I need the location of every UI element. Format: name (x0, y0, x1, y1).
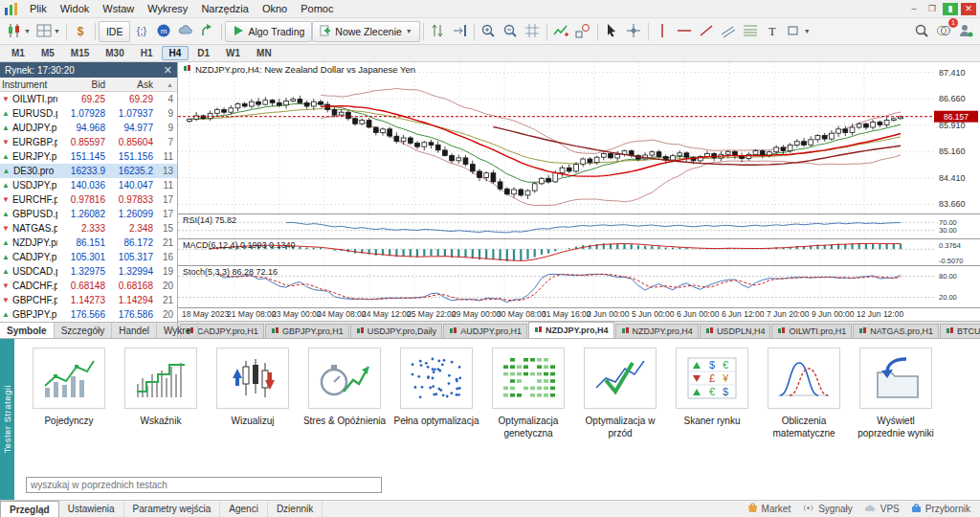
tester-search-input[interactable] (26, 477, 382, 493)
column-header-ask[interactable]: Ask (105, 79, 153, 90)
market-row[interactable]: ▲USDCAD.pro1.329751.3299419 (0, 264, 177, 279)
channel-button[interactable] (718, 21, 740, 42)
status-market[interactable]: Market (747, 503, 791, 515)
depth-of-market-button[interactable]: $ (70, 21, 92, 42)
macd-panel[interactable]: MACD(6,12,4) 0.1993 0.1340 0.3764-0.5070 (178, 238, 980, 265)
price-chart[interactable]: 87.41086.66085.91085.16084.41083.66086.1… (178, 62, 980, 214)
notifications-button[interactable]: 1 (932, 21, 954, 42)
timeframe-H4[interactable]: H4 (162, 46, 189, 60)
chart-type-button[interactable]: ▼ (4, 21, 33, 42)
ide-button[interactable]: IDE (99, 21, 131, 42)
timeframe-M1[interactable]: M1 (4, 46, 33, 60)
tester-tab[interactable]: Parametry wejścia (124, 501, 221, 517)
metaeditor-button[interactable]: {;} (130, 21, 152, 42)
chart-tab[interactable]: USDJPY.pro,Daily (350, 324, 442, 338)
crosshair-button[interactable] (623, 21, 645, 42)
zoom-out-button[interactable] (500, 21, 522, 42)
tester-card-math[interactable]: Obliczenia matematyczne (761, 348, 847, 439)
chart-tab[interactable]: OILWTI.pro,H1 (771, 324, 852, 338)
market-row[interactable]: ▲GBPUSD.pro1.260821.2609917 (0, 207, 177, 221)
column-header-bid[interactable]: Bid (57, 79, 105, 90)
market-row[interactable]: ▲GBPJPY.pro176.566176.58620 (0, 307, 177, 322)
indicators-button[interactable] (550, 21, 572, 42)
tester-side-tab[interactable]: Tester Strategii (0, 339, 14, 500)
tester-card-stress[interactable]: Stres & Opóźnienia (301, 348, 388, 439)
timeframe-M30[interactable]: M30 (98, 46, 131, 60)
tester-card-single[interactable]: Pojedynczy (26, 348, 112, 439)
grid-button[interactable] (522, 21, 544, 42)
timeframe-D1[interactable]: D1 (189, 46, 217, 60)
chart-tab[interactable]: AUDJPY.pro,H1 (443, 324, 527, 338)
chart-tab[interactable]: NZDJPY.pro,H4 (528, 322, 614, 338)
chart-tab[interactable]: NZDJPY.pro,H4 (615, 324, 699, 338)
market-row[interactable]: ▼CADCHF.pro0.681480.6816820 (0, 279, 177, 293)
tester-card-fullopt[interactable]: Pełna optymalizacja (393, 348, 479, 439)
tester-tab[interactable]: Przegląd (0, 501, 59, 517)
tester-card-genetic[interactable]: Optymalizacja genetyczna (485, 348, 571, 439)
market-row[interactable]: ▼NATGAS.pro2.3332.34815 (0, 221, 177, 236)
cursor-button[interactable] (601, 21, 623, 42)
market-row[interactable]: ▼EURCHF.pro0.978160.9783317 (0, 192, 177, 207)
tester-card-indicator[interactable]: Wskaźnik (118, 348, 204, 439)
market-watch-tab-handel[interactable]: Handel (112, 323, 157, 338)
search-button[interactable] (910, 21, 932, 42)
rsi-panel[interactable]: RSI(14) 75.82 70.0030.00 (178, 214, 980, 238)
market-row[interactable]: ▼GBPCHF.pro1.142731.1429421 (0, 293, 177, 307)
new-order-button[interactable]: Nowe Zlecenie▼ (312, 21, 419, 42)
timeframe-H1[interactable]: H1 (133, 46, 161, 60)
menu-okno[interactable]: Okno (256, 2, 294, 15)
tester-tab[interactable]: Agenci (220, 501, 268, 517)
fibonacci-button[interactable] (740, 21, 762, 42)
text-button[interactable]: T (762, 21, 784, 42)
market-row[interactable]: ▲EURJPY.pro151.145151.15611 (0, 149, 177, 164)
menu-wykresy[interactable]: Wykresy (141, 2, 194, 15)
timeframe-W1[interactable]: W1 (218, 46, 248, 60)
tester-card-scanner[interactable]: $€£¥€$Skaner rynku (669, 348, 755, 439)
objects-button[interactable] (572, 21, 594, 42)
market-row[interactable]: ▼EURGBP.pro0.855970.856047 (0, 135, 177, 149)
market-row[interactable]: ▲EURUSD.pro1.079281.079379 (0, 106, 177, 121)
market-row[interactable]: ▲CADJPY.pro105.301105.31716 (0, 250, 177, 264)
status-signals[interactable]: Sygnały (802, 503, 853, 515)
market-row[interactable]: ▼OILWTI.pro69.2569.294 (0, 92, 177, 106)
column-header-instrument[interactable]: Instrument (2, 79, 57, 90)
tester-tab[interactable]: Ustawienia (59, 501, 124, 517)
market-watch-columns[interactable]: InstrumentBidAsk▲ (0, 78, 177, 92)
mql5-button[interactable]: m (152, 21, 174, 42)
minimize-button[interactable]: – (906, 3, 922, 15)
tester-tab[interactable]: Dziennik (268, 501, 323, 517)
menu-pomoc[interactable]: Pomoc (294, 2, 340, 15)
sort-icon[interactable]: ▲ (153, 81, 175, 88)
window-layout-button[interactable]: ▼ (33, 21, 63, 42)
tester-card-visualize[interactable]: Wizualizuj (210, 348, 296, 439)
market-row[interactable]: ▲DE30.pro16233.916235.213 (0, 164, 177, 178)
market-row[interactable]: ▲NZDJPY.pro86.15186.17221 (0, 236, 177, 250)
timeframe-M15[interactable]: M15 (63, 46, 97, 60)
close-button[interactable]: ✕ (961, 3, 976, 15)
zoom-in-button[interactable] (478, 21, 500, 42)
tester-card-forward[interactable]: Optymalizacja w przód (577, 348, 663, 439)
stochastic-panel[interactable]: Stoch(5,3,3) 86.28 72.16 80.0020.00 (178, 265, 980, 307)
market-watch-tab-wykre[interactable]: Wykre (157, 323, 198, 338)
market-row[interactable]: ▲USDJPY.pro140.036140.04711 (0, 178, 177, 192)
chart-tab[interactable]: USDPLN,H4 (700, 324, 771, 338)
maximize-button[interactable]: ❐ (924, 3, 940, 15)
menu-narzędzia[interactable]: Narzędzia (194, 2, 256, 15)
market-watch-tab-szczegóły[interactable]: Szczegóły (55, 323, 113, 338)
share-button[interactable] (196, 21, 218, 42)
menu-plik[interactable]: Plik (23, 2, 54, 15)
shapes-button[interactable]: ▼ (784, 21, 813, 42)
cloud-button[interactable] (174, 21, 196, 42)
close-icon[interactable]: ✕ (164, 65, 172, 75)
trendline-button[interactable] (696, 21, 718, 42)
chart-shift-button[interactable] (449, 21, 471, 42)
vertical-line-button[interactable] (652, 21, 674, 42)
algo-trading-button[interactable]: Algo Trading (225, 21, 312, 42)
status-vps[interactable]: VPS (864, 503, 900, 515)
timeframe-M5[interactable]: M5 (33, 46, 62, 60)
menu-wstaw[interactable]: Wstaw (96, 2, 141, 15)
community-button[interactable] (954, 21, 976, 42)
timeframe-MN[interactable]: MN (249, 46, 279, 60)
market-watch-tab-symbole[interactable]: Symbole (0, 323, 55, 338)
autoscroll-button[interactable] (427, 21, 449, 42)
